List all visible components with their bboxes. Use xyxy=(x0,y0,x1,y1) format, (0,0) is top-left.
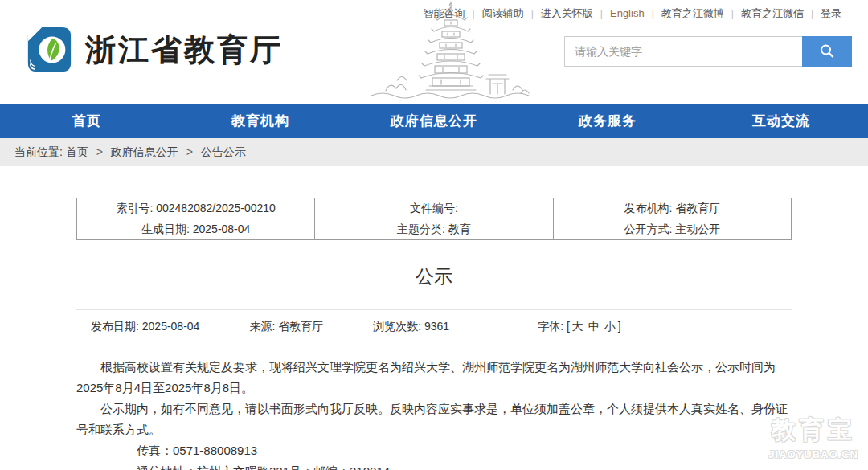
site-title: 浙江省教育厅 xyxy=(85,30,283,71)
article-paragraph: 根据高校设置有关规定及要求，现将绍兴文理学院更名为绍兴大学、湖州师范学院更名为湖… xyxy=(76,357,792,398)
bracket-open: [ xyxy=(567,320,570,333)
main-nav: 首页 教育机构 政府信息公开 政务服务 互动交流 xyxy=(0,104,868,138)
separator: | xyxy=(531,8,534,19)
info-cell-create-date: 生成日期: 2025-08-04 xyxy=(77,219,315,240)
publish-date: 发布日期: 2025-08-04 xyxy=(91,320,199,334)
view-count: 浏览次数: 9361 xyxy=(373,320,449,334)
utility-link-english[interactable]: English xyxy=(610,7,645,19)
font-size-control: 字体: [大中小] xyxy=(538,320,621,334)
bracket-close: ] xyxy=(618,320,621,333)
font-size-large[interactable]: 大 xyxy=(572,320,583,333)
separator: | xyxy=(652,8,654,19)
nav-item-home[interactable]: 首页 xyxy=(0,104,174,138)
font-size-label: 字体: xyxy=(538,320,563,333)
font-size-medium[interactable]: 中 xyxy=(588,320,600,333)
separator: | xyxy=(600,8,603,19)
info-cell-topic: 主题分类: 教育 xyxy=(315,219,553,240)
breadcrumb: 当前位置: 首页 > 政府信息公开 > 公告公示 xyxy=(0,138,868,166)
article-body: 根据高校设置有关规定及要求，现将绍兴文理学院更名为绍兴大学、湖州师范学院更名为湖… xyxy=(76,357,792,470)
separator: | xyxy=(473,8,475,19)
nav-item-gov-info[interactable]: 政府信息公开 xyxy=(347,104,521,138)
breadcrumb-item-current: 公告公示 xyxy=(201,145,246,158)
fax-line: 传真：0571-88008913 xyxy=(76,440,792,461)
nav-item-services[interactable]: 政务服务 xyxy=(521,104,694,138)
info-table: 索引号: 002482082/2025-00210 文件编号: 发布机构: 省教… xyxy=(76,198,792,240)
utility-links: 智能咨询|阅读辅助|进入关怀版|English|教育之江微博|教育之江微信|登录 xyxy=(424,6,841,21)
article-title: 公示 xyxy=(76,264,792,289)
info-cell-issuer: 发布机构: 省教育厅 xyxy=(553,198,791,219)
info-cell-disclosure: 公开方式: 主动公开 xyxy=(553,219,791,240)
search-box xyxy=(564,36,852,67)
address-line: 通信地址：杭州市文晖路321号；邮编：310014 xyxy=(76,461,792,470)
article-container: 索引号: 002482082/2025-00210 文件编号: 发布机构: 省教… xyxy=(76,198,792,470)
breadcrumb-item-gov-info[interactable]: 政府信息公开 xyxy=(111,145,178,158)
utility-link-smart-consult[interactable]: 智能咨询 xyxy=(424,7,465,19)
nav-item-institutions[interactable]: 教育机构 xyxy=(174,104,347,138)
divider xyxy=(76,309,792,310)
table-row: 索引号: 002482082/2025-00210 文件编号: 发布机构: 省教… xyxy=(77,198,792,219)
info-cell-doc-no: 文件编号: xyxy=(315,198,553,219)
search-input[interactable] xyxy=(564,36,802,67)
separator: | xyxy=(811,8,813,19)
breadcrumb-separator: > xyxy=(186,145,193,158)
nav-item-interaction[interactable]: 互动交流 xyxy=(694,104,868,138)
breadcrumb-separator: > xyxy=(96,145,103,158)
article-meta: 发布日期: 2025-08-04 来源: 省教育厅 浏览次数: 9361 字体:… xyxy=(76,320,792,334)
site-logo[interactable]: 浙江省教育厅 xyxy=(24,25,283,75)
breadcrumb-item-home[interactable]: 首页 xyxy=(66,145,88,158)
source: 来源: 省教育厅 xyxy=(249,320,323,334)
article-paragraph: 公示期内，如有不同意见，请以书面形式向我厅反映。反映内容应实事求是，单位须加盖公… xyxy=(76,398,792,440)
utility-link-reading-aid[interactable]: 阅读辅助 xyxy=(482,7,524,19)
info-cell-index-no: 索引号: 002482082/2025-00210 xyxy=(77,198,315,219)
utility-link-care-version[interactable]: 进入关怀版 xyxy=(541,7,593,19)
magnifier-icon xyxy=(818,43,836,60)
breadcrumb-label: 当前位置: xyxy=(14,145,63,158)
site-header: 浙江省教育厅 xyxy=(0,0,868,104)
utility-link-wechat[interactable]: 教育之江微信 xyxy=(741,7,804,19)
separator: | xyxy=(731,8,734,19)
utility-link-login[interactable]: 登录 xyxy=(821,7,841,19)
utility-link-weibo[interactable]: 教育之江微博 xyxy=(661,7,724,19)
font-size-small[interactable]: 小 xyxy=(604,320,616,333)
search-button[interactable] xyxy=(802,36,852,67)
table-row: 生成日期: 2025-08-04 主题分类: 教育 公开方式: 主动公开 xyxy=(77,219,792,240)
book-leaf-logo-icon xyxy=(24,25,74,75)
